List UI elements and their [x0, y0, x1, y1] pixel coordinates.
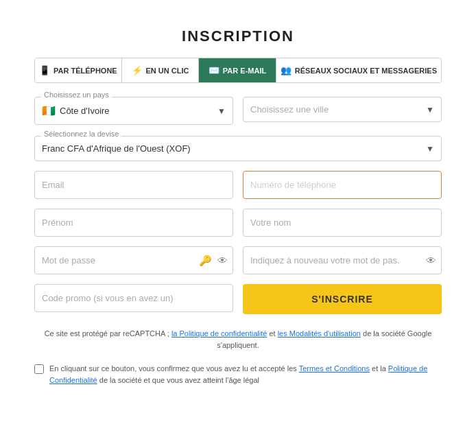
- name-row: [34, 209, 442, 237]
- captcha-terms-link[interactable]: les Modalités d'utilisation: [278, 329, 361, 338]
- city-placeholder: Choisissez une ville: [250, 104, 329, 115]
- promo-input[interactable]: [34, 284, 233, 312]
- email-phone-row: [34, 171, 442, 199]
- password-field: 🔑 👁: [34, 246, 233, 274]
- country-city-row: Choisissez un pays 🇨🇮 Côte d'Ivoire ▼ Ch…: [34, 97, 442, 125]
- phone-icon: 📱: [39, 65, 50, 75]
- country-field: Choisissez un pays 🇨🇮 Côte d'Ivoire ▼: [34, 97, 233, 125]
- terms-text: En cliquant sur ce bouton, vous confirme…: [49, 363, 442, 386]
- confirm-password-icons: 👁: [426, 255, 436, 266]
- tab-social-label: RÉSEAUX SOCIAUX ET MESSAGERIES: [295, 67, 437, 75]
- submit-button[interactable]: S'INSCRIRE: [243, 284, 442, 314]
- phone-field: [243, 171, 442, 199]
- terms-conditions-link[interactable]: Termes et Conditions: [299, 364, 370, 373]
- devise-field: Sélectionnez la devise Franc CFA d'Afriq…: [34, 136, 442, 161]
- password-wrapper: 🔑 👁: [34, 246, 233, 274]
- captcha-text-middle: et: [267, 329, 277, 338]
- captcha-text-before: Ce site est protégé par reCAPTCHA ;: [45, 329, 171, 338]
- tab-social[interactable]: 👥 RÉSEAUX SOCIAUX ET MESSAGERIES: [276, 58, 441, 82]
- country-label: Choisissez un pays: [41, 91, 112, 99]
- city-select[interactable]: Choisissez une ville ▼: [243, 97, 442, 122]
- chevron-down-icon: ▼: [217, 106, 226, 116]
- password-row: 🔑 👁 👁: [34, 246, 442, 274]
- lightning-icon: ⚡: [132, 65, 143, 75]
- country-value: Côte d'Ivoire: [60, 106, 110, 116]
- devise-select[interactable]: Franc CFA d'Afrique de l'Ouest (XOF) ▼: [34, 136, 442, 161]
- terms-checkbox[interactable]: [34, 364, 44, 374]
- devise-value: Franc CFA d'Afrique de l'Ouest (XOF): [42, 143, 191, 154]
- promo-submit-row: S'INSCRIRE: [34, 284, 442, 314]
- country-select[interactable]: 🇨🇮 Côte d'Ivoire ▼: [34, 97, 233, 125]
- captcha-privacy-link[interactable]: la Politique de confidentialité: [171, 329, 267, 338]
- tab-phone-label: PAR TÉLÉPHONE: [53, 67, 117, 75]
- lastname-input[interactable]: [243, 209, 442, 237]
- tab-oneclick-label: EN UN CLIC: [146, 67, 189, 75]
- confirm-password-input[interactable]: [243, 246, 442, 274]
- eye-icon[interactable]: 👁: [426, 255, 436, 266]
- email-input[interactable]: [34, 171, 233, 199]
- key-icon[interactable]: 🔑: [199, 255, 212, 267]
- email-icon: ✉️: [209, 65, 219, 75]
- terms-after: de la société et que vous avez atteint l…: [97, 376, 259, 384]
- terms-before: En cliquant sur ce bouton, vous confirme…: [49, 364, 299, 373]
- lastname-field: [243, 209, 442, 237]
- tab-email[interactable]: ✉️ PAR E-MAIL: [199, 58, 276, 82]
- terms-row: En cliquant sur ce bouton, vous confirme…: [34, 363, 442, 386]
- password-icons: 🔑 👁: [199, 255, 228, 267]
- phone-input[interactable]: [243, 171, 442, 199]
- page-title: INSCRIPTION: [34, 27, 442, 45]
- city-field: Choisissez une ville ▼: [243, 97, 442, 125]
- tab-phone[interactable]: 📱 PAR TÉLÉPHONE: [35, 58, 122, 82]
- chevron-down-icon: ▼: [426, 105, 434, 115]
- tab-bar: 📱 PAR TÉLÉPHONE ⚡ EN UN CLIC ✉️ PAR E-MA…: [34, 58, 442, 83]
- tab-oneclick[interactable]: ⚡ EN UN CLIC: [122, 58, 200, 82]
- registration-form: Choisissez un pays 🇨🇮 Côte d'Ivoire ▼ Ch…: [34, 97, 442, 386]
- promo-field: [34, 284, 233, 314]
- chevron-down-icon: ▼: [426, 144, 434, 154]
- devise-row: Sélectionnez la devise Franc CFA d'Afriq…: [34, 136, 442, 161]
- tab-email-label: PAR E-MAIL: [223, 67, 266, 75]
- eye-icon[interactable]: 👁: [217, 255, 228, 266]
- captcha-notice: Ce site est protégé par reCAPTCHA ; la P…: [34, 328, 442, 351]
- firstname-field: [34, 209, 233, 237]
- email-field: [34, 171, 233, 199]
- social-icon: 👥: [281, 65, 291, 75]
- submit-field: S'INSCRIRE: [243, 284, 442, 314]
- confirm-password-wrapper: 👁: [243, 246, 442, 274]
- terms-middle: et la: [370, 364, 388, 373]
- country-flag: 🇨🇮: [42, 104, 56, 117]
- firstname-input[interactable]: [34, 209, 233, 237]
- confirm-password-field: 👁: [243, 246, 442, 274]
- devise-label: Sélectionnez la devise: [41, 130, 121, 138]
